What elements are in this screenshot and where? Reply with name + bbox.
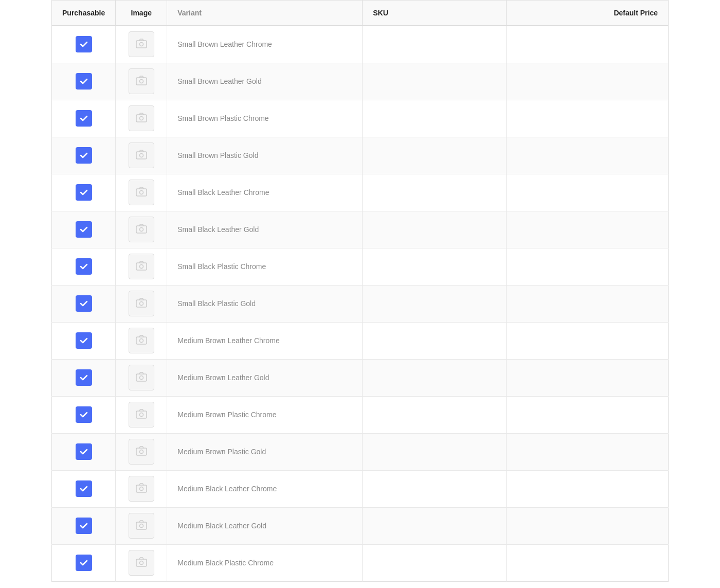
image-cell	[116, 174, 167, 211]
purchasable-cell	[52, 248, 116, 285]
variant-cell: Small Black Plastic Gold	[167, 285, 363, 322]
table-row: Medium Brown Plastic Gold	[52, 433, 669, 470]
image-placeholder[interactable]	[129, 402, 154, 427]
image-cell	[116, 433, 167, 470]
svg-point-13	[139, 264, 143, 268]
purchasable-checkbox[interactable]	[76, 184, 92, 201]
sku-cell	[363, 285, 507, 322]
variant-label: Small Brown Plastic Chrome	[177, 114, 268, 122]
purchasable-cell	[52, 100, 116, 137]
table-row: Small Brown Leather Gold	[52, 63, 669, 100]
purchasable-checkbox[interactable]	[76, 369, 92, 386]
svg-point-25	[139, 487, 143, 490]
price-cell	[507, 248, 669, 285]
table-row: Small Brown Plastic Chrome	[52, 100, 669, 137]
price-cell	[507, 174, 669, 211]
image-placeholder[interactable]	[129, 365, 154, 390]
header-purchasable: Purchasable	[52, 1, 116, 26]
image-cell	[116, 396, 167, 433]
purchasable-checkbox[interactable]	[76, 295, 92, 312]
price-cell	[507, 63, 669, 100]
image-cell	[116, 248, 167, 285]
variant-cell: Medium Brown Plastic Chrome	[167, 396, 363, 433]
camera-icon	[135, 185, 148, 200]
table-row: Small Brown Plastic Gold	[52, 137, 669, 174]
sku-cell	[363, 137, 507, 174]
image-placeholder[interactable]	[129, 180, 154, 205]
table-row: Medium Brown Leather Gold	[52, 359, 669, 396]
image-placeholder[interactable]	[129, 291, 154, 316]
variant-label: Small Brown Plastic Gold	[177, 151, 258, 159]
variant-cell: Small Brown Plastic Gold	[167, 137, 363, 174]
camera-icon	[135, 519, 148, 533]
purchasable-checkbox[interactable]	[76, 406, 92, 423]
image-placeholder[interactable]	[129, 476, 154, 502]
variants-table-container: Purchasable Image Variant SKU Default Pr…	[51, 0, 669, 582]
camera-icon	[135, 74, 148, 89]
purchasable-cell	[52, 174, 116, 211]
table-row: Medium Brown Plastic Chrome	[52, 396, 669, 433]
purchasable-checkbox[interactable]	[76, 518, 92, 534]
purchasable-checkbox[interactable]	[76, 110, 92, 127]
purchasable-cell	[52, 63, 116, 100]
table-row: Medium Black Plastic Chrome	[52, 544, 669, 581]
table-row: Small Black Plastic Chrome	[52, 248, 669, 285]
purchasable-checkbox[interactable]	[76, 555, 92, 571]
table-row: Small Brown Leather Chrome	[52, 26, 669, 63]
purchasable-checkbox[interactable]	[76, 147, 92, 164]
image-cell	[116, 137, 167, 174]
purchasable-cell	[52, 433, 116, 470]
svg-rect-12	[136, 263, 147, 270]
sku-cell	[363, 63, 507, 100]
image-placeholder[interactable]	[129, 254, 154, 279]
svg-rect-20	[136, 411, 147, 418]
price-cell	[507, 470, 669, 507]
image-placeholder[interactable]	[129, 217, 154, 242]
purchasable-checkbox[interactable]	[76, 221, 92, 238]
image-placeholder[interactable]	[129, 513, 154, 539]
camera-icon	[135, 148, 148, 163]
image-placeholder[interactable]	[129, 68, 154, 94]
purchasable-checkbox[interactable]	[76, 258, 92, 275]
variant-label: Small Black Plastic Gold	[177, 299, 256, 308]
image-cell	[116, 507, 167, 544]
svg-point-29	[139, 561, 143, 564]
purchasable-cell	[52, 211, 116, 248]
image-placeholder[interactable]	[129, 550, 154, 576]
sku-cell	[363, 507, 507, 544]
svg-point-23	[139, 450, 143, 453]
svg-point-27	[139, 524, 143, 527]
price-cell	[507, 507, 669, 544]
image-cell	[116, 63, 167, 100]
purchasable-checkbox[interactable]	[76, 36, 92, 52]
svg-rect-26	[136, 522, 147, 529]
sku-cell	[363, 211, 507, 248]
price-cell	[507, 359, 669, 396]
image-placeholder[interactable]	[129, 31, 154, 57]
image-placeholder[interactable]	[129, 439, 154, 465]
purchasable-cell	[52, 544, 116, 581]
variant-label: Medium Black Plastic Chrome	[177, 559, 274, 567]
table-header-row: Purchasable Image Variant SKU Default Pr…	[52, 1, 669, 26]
purchasable-checkbox[interactable]	[76, 332, 92, 349]
variant-label: Small Brown Leather Chrome	[177, 40, 272, 48]
purchasable-cell	[52, 285, 116, 322]
sku-cell	[363, 544, 507, 581]
variant-label: Medium Brown Plastic Chrome	[177, 411, 276, 419]
variant-cell: Medium Brown Plastic Gold	[167, 433, 363, 470]
purchasable-checkbox[interactable]	[76, 480, 92, 497]
variant-label: Medium Black Leather Chrome	[177, 485, 277, 493]
purchasable-cell	[52, 396, 116, 433]
price-cell	[507, 26, 669, 63]
image-placeholder[interactable]	[129, 142, 154, 168]
purchasable-cell	[52, 322, 116, 359]
price-cell	[507, 322, 669, 359]
purchasable-checkbox[interactable]	[76, 443, 92, 460]
purchasable-checkbox[interactable]	[76, 73, 92, 90]
image-placeholder[interactable]	[129, 105, 154, 131]
table-row: Small Black Plastic Gold	[52, 285, 669, 322]
svg-rect-10	[136, 226, 147, 233]
svg-rect-18	[136, 374, 147, 381]
svg-rect-22	[136, 448, 147, 455]
image-placeholder[interactable]	[129, 328, 154, 353]
